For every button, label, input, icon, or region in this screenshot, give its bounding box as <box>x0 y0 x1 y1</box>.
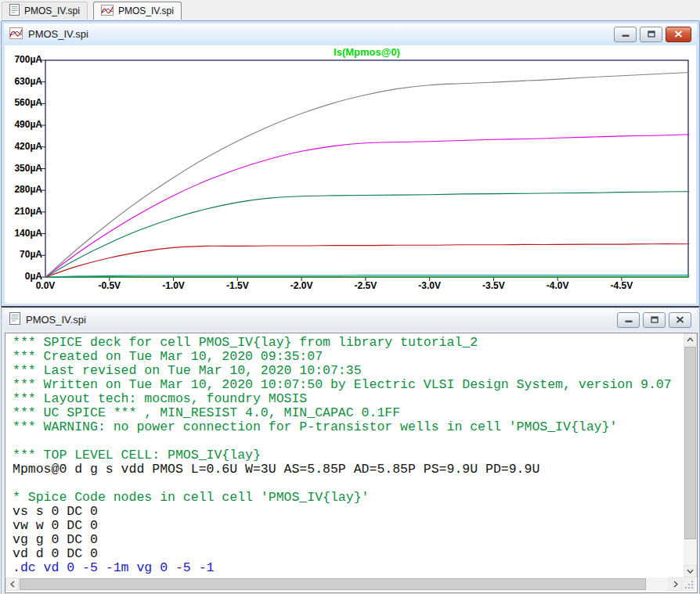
netlist-line: *** Created on Tue Mar 10, 2020 09:35:07 <box>13 350 682 364</box>
netlist-line: .dc vd 0 -5 -1m vg 0 -5 -1 <box>13 561 682 575</box>
waveform-window-titlebar[interactable]: PMOS_IV.spi <box>4 23 697 45</box>
window-controls <box>614 27 691 42</box>
netlist-line: *** TOP LEVEL CELL: PMOS_IV{lay} <box>13 448 682 463</box>
vertical-scrollbar[interactable] <box>684 333 697 578</box>
netlist-line: Mpmos@0 d g s vdd PMOS L=0.6U W=3U AS=5.… <box>13 463 682 477</box>
scroll-right-icon[interactable] <box>669 578 682 591</box>
trace-vg-4V <box>45 135 689 277</box>
minimize-button[interactable] <box>614 27 637 42</box>
horizontal-scrollbar[interactable] <box>5 578 682 591</box>
x-axis-label: 0.0V <box>18 280 73 291</box>
y-axis-label: 490µA <box>6 119 42 130</box>
waveform-icon <box>9 27 23 41</box>
scroll-up-icon[interactable] <box>684 333 697 346</box>
waveform-icon <box>101 5 114 18</box>
scroll-down-icon[interactable] <box>684 565 697 578</box>
tab-label: PMOS_IV.spi <box>118 5 174 16</box>
window-title: PMOS_IV.spi <box>26 314 86 326</box>
netlist-line: *** Written on Tue Mar 10, 2020 10:07:50… <box>13 378 682 392</box>
minimize-button[interactable] <box>617 312 640 328</box>
close-button[interactable] <box>669 312 691 328</box>
x-axis-label: -1.0V <box>146 280 201 291</box>
y-axis-label: 350µA <box>6 163 42 174</box>
x-axis-label: -4.0V <box>530 280 585 291</box>
y-axis-label: 560µA <box>6 97 42 108</box>
x-axis-label: -3.0V <box>402 280 457 291</box>
y-axis-label: 280µA <box>6 184 42 195</box>
x-axis-label: -2.0V <box>274 280 329 291</box>
scroll-left-icon[interactable] <box>5 578 19 591</box>
y-axis-label: 70µA <box>6 249 42 260</box>
horizontal-scroll-thumb[interactable] <box>20 578 646 590</box>
netlist-line: *** UC SPICE *** , MIN_RESIST 4.0, MIN_C… <box>13 406 682 420</box>
y-axis-label: 140µA <box>6 228 42 239</box>
y-axis-label: 210µA <box>6 206 42 217</box>
netlist-line: vg g 0 DC 0 <box>13 533 682 547</box>
restore-button[interactable] <box>640 27 662 42</box>
window-controls <box>617 312 691 328</box>
tab-waveform[interactable]: PMOS_IV.spi <box>93 2 182 20</box>
y-axis-label: 630µA <box>6 76 42 87</box>
tab-label: PMOS_IV.spi <box>24 5 80 16</box>
resize-grip-icon[interactable] <box>682 578 695 591</box>
document-tab-bar: PMOS_IV.spi PMOS_IV.spi <box>0 0 700 20</box>
x-axis-label: -2.5V <box>338 280 393 291</box>
netlist-text[interactable]: *** SPICE deck for cell PMOS_IV{lay} fro… <box>5 333 682 580</box>
netlist-line: vs s 0 DC 0 <box>13 505 682 519</box>
vertical-scroll-thumb[interactable] <box>684 347 696 539</box>
trace-vg-5V <box>45 73 689 277</box>
trace-vg-2V <box>45 244 689 277</box>
netlist-line <box>13 477 682 491</box>
trace-vg-3V <box>45 192 689 277</box>
netlist-line <box>13 434 682 448</box>
netlist-document-icon <box>9 312 20 327</box>
x-axis-label: -0.5V <box>82 280 137 291</box>
netlist-line: *** WARNING: no power connection for P-t… <box>13 420 682 434</box>
netlist-line: vw w 0 DC 0 <box>13 519 682 533</box>
waveform-window: PMOS_IV.spi Is(Mpmos@0) 0µA70µA140µA210µ… <box>1 20 700 308</box>
netlist-line: vd d 0 DC 0 <box>13 547 682 561</box>
netlist-document-icon <box>9 4 20 18</box>
x-axis-label: -1.5V <box>210 280 265 291</box>
x-axis-label: -4.5V <box>594 280 649 291</box>
tab-netlist[interactable]: PMOS_IV.spi <box>2 2 88 20</box>
x-axis-label: -3.5V <box>466 280 521 291</box>
netlist-line: *** Layout tech: mocmos, foundry MOSIS <box>13 392 682 406</box>
window-title: PMOS_IV.spi <box>28 28 88 40</box>
netlist-line: * Spice Code nodes in cell cell 'PMOS_IV… <box>13 491 682 505</box>
y-axis-label: 700µA <box>6 54 42 65</box>
plot-canvas[interactable] <box>5 45 696 304</box>
plot-client-area: Is(Mpmos@0) 0µA70µA140µA210µA280µA350µA4… <box>5 45 696 304</box>
close-button[interactable] <box>666 27 691 42</box>
netlist-window: PMOS_IV.spi *** SPICE deck for cell PMOS… <box>1 306 700 594</box>
y-axis-label: 420µA <box>6 141 42 152</box>
netlist-client-area: *** SPICE deck for cell PMOS_IV{lay} fro… <box>5 333 698 593</box>
netlist-window-titlebar[interactable]: PMOS_IV.spi <box>4 309 697 330</box>
netlist-line: *** Last revised on Tue Mar 10, 2020 10:… <box>13 364 682 378</box>
netlist-line: *** SPICE deck for cell PMOS_IV{lay} fro… <box>13 336 682 350</box>
restore-button[interactable] <box>643 312 666 328</box>
